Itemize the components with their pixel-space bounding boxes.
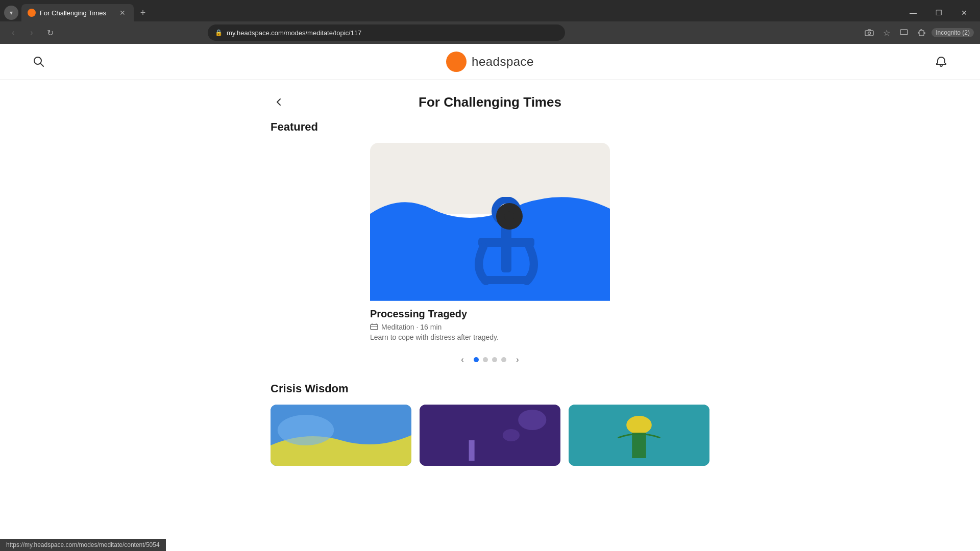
carousel-nav: ‹ › bbox=[271, 353, 709, 367]
carousel-prev-button[interactable]: ‹ bbox=[455, 353, 470, 367]
featured-card-title: Processing Tragedy bbox=[370, 308, 610, 320]
close-button[interactable]: ✕ bbox=[952, 4, 976, 21]
carousel-next-button[interactable]: › bbox=[510, 353, 525, 367]
featured-section: Featured bbox=[271, 120, 709, 367]
main-content: For Challenging Times Featured bbox=[260, 80, 720, 466]
cast-icon[interactable] bbox=[897, 26, 911, 40]
logo-area: headspace bbox=[446, 52, 534, 72]
tab-bar: ▾ For Challenging Times ✕ + — ❐ ✕ bbox=[0, 0, 980, 21]
crisis-card-3[interactable] bbox=[569, 405, 709, 466]
svg-point-14 bbox=[503, 429, 520, 441]
minimize-button[interactable]: — bbox=[901, 4, 925, 21]
logo-circle bbox=[446, 52, 467, 72]
carousel-dot-4[interactable] bbox=[501, 357, 506, 362]
tab-title: For Challenging Times bbox=[40, 9, 113, 17]
logo-text: headspace bbox=[472, 55, 534, 69]
carousel-dot-2[interactable] bbox=[483, 357, 488, 362]
status-url: https://my.headspace.com/modes/meditate/… bbox=[6, 541, 160, 548]
browser-chrome: ▾ For Challenging Times ✕ + — ❐ ✕ ‹ › ↻ … bbox=[0, 0, 980, 44]
maximize-button[interactable]: ❐ bbox=[927, 4, 950, 21]
back-button[interactable] bbox=[271, 94, 287, 110]
svg-point-13 bbox=[518, 410, 546, 430]
status-bar: https://my.headspace.com/modes/meditate/… bbox=[0, 539, 166, 551]
svg-point-11 bbox=[278, 415, 334, 445]
svg-rect-9 bbox=[371, 324, 378, 330]
toolbar: ‹ › ↻ 🔒 my.headspace.com/modes/meditate/… bbox=[0, 21, 980, 44]
reload-button[interactable]: ↻ bbox=[43, 26, 57, 40]
featured-card-meta: Meditation · 16 min bbox=[370, 323, 610, 331]
incognito-badge[interactable]: Incognito (2) bbox=[932, 28, 974, 37]
tab-close-button[interactable]: ✕ bbox=[117, 8, 128, 18]
play-button[interactable] bbox=[496, 203, 523, 230]
extension-icon[interactable] bbox=[914, 26, 928, 40]
notification-icon[interactable] bbox=[933, 54, 949, 70]
lock-icon: 🔒 bbox=[215, 29, 223, 36]
back-nav-button[interactable]: ‹ bbox=[6, 26, 20, 40]
svg-point-1 bbox=[868, 32, 871, 35]
featured-card-description: Learn to cope with distress after traged… bbox=[370, 333, 610, 341]
url-text: my.headspace.com/modes/meditate/topic/11… bbox=[227, 29, 558, 37]
featured-section-title: Featured bbox=[271, 120, 709, 134]
camera-icon[interactable] bbox=[862, 26, 876, 40]
svg-rect-0 bbox=[865, 31, 873, 36]
new-tab-button[interactable]: + bbox=[136, 6, 150, 20]
forward-nav-button[interactable]: › bbox=[24, 26, 39, 40]
svg-point-8 bbox=[504, 211, 514, 221]
page-title: For Challenging Times bbox=[297, 94, 683, 110]
crisis-card-1[interactable] bbox=[271, 405, 411, 466]
search-icon[interactable] bbox=[31, 54, 47, 70]
profile-dropdown[interactable]: ▾ bbox=[4, 6, 18, 20]
crisis-cards bbox=[271, 405, 709, 466]
svg-point-17 bbox=[626, 416, 652, 434]
tab-favicon bbox=[28, 9, 36, 17]
active-tab[interactable]: For Challenging Times ✕ bbox=[21, 4, 134, 21]
svg-rect-15 bbox=[469, 440, 475, 461]
featured-card[interactable]: Processing Tragedy Meditation · 16 min L… bbox=[370, 143, 610, 344]
carousel-dot-1[interactable] bbox=[474, 357, 479, 362]
top-nav: headspace bbox=[0, 44, 980, 80]
crisis-section: Crisis Wisdom bbox=[271, 382, 709, 466]
page-content: headspace For Challenging Times Featured bbox=[0, 44, 980, 551]
crisis-card-2[interactable] bbox=[420, 405, 560, 466]
carousel-dot-3[interactable] bbox=[492, 357, 497, 362]
svg-rect-18 bbox=[632, 433, 646, 458]
featured-meta-text: Meditation · 16 min bbox=[381, 323, 442, 331]
star-icon[interactable]: ☆ bbox=[879, 26, 894, 40]
toolbar-actions: ☆ Incognito (2) bbox=[862, 26, 974, 40]
crisis-section-title: Crisis Wisdom bbox=[271, 382, 709, 395]
address-bar[interactable]: 🔒 my.headspace.com/modes/meditate/topic/… bbox=[208, 24, 565, 41]
window-controls: — ❐ ✕ bbox=[901, 4, 980, 21]
page-header: For Challenging Times bbox=[271, 80, 709, 120]
featured-info: Processing Tragedy Meditation · 16 min L… bbox=[370, 301, 610, 344]
featured-image bbox=[370, 143, 610, 301]
svg-rect-7 bbox=[481, 276, 532, 284]
svg-rect-2 bbox=[900, 30, 908, 35]
